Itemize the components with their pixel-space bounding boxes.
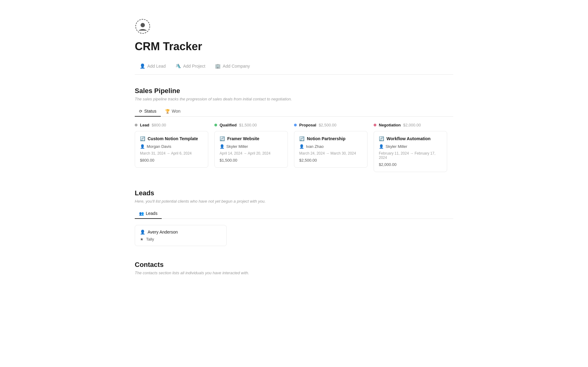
pipeline-board: Lead $800.00 🔄 Custom Notion Template 👤 … [135, 123, 453, 174]
pipeline-col-proposal: Proposal $2,500.00 🔄 Notion Partnership … [294, 123, 368, 172]
deal-name: 🔄 Workflow Automation [379, 136, 442, 141]
company-icon: 🏢 [215, 63, 221, 69]
col-header-negotiation: Negotiation $2,000.00 [374, 123, 447, 127]
deal-amount: $800.00 [140, 158, 203, 163]
project-icon: 🛝 [175, 63, 181, 69]
person-icon: 👤 [299, 144, 304, 149]
status-tab-icon: ⟳ [139, 109, 142, 114]
contacts-desc: The contacts section lists all individua… [135, 271, 453, 275]
negotiation-dot [374, 124, 376, 126]
deal-icon: 🔄 [299, 136, 304, 141]
deal-dates: March 31, 2024 → April 6, 2024 [140, 151, 203, 155]
deal-icon: 🔄 [220, 136, 225, 141]
deal-person: 👤 Skyler Miller [379, 144, 442, 149]
leads-desc: Here, you'll list potential clients who … [135, 199, 453, 204]
svg-point-1 [141, 23, 145, 27]
deal-card-framer-website[interactable]: 🔄 Framer Website 👤 Skyler Miller April 1… [214, 131, 288, 168]
deal-name: 🔄 Notion Partnership [299, 136, 362, 141]
person-icon: 👤 [140, 63, 145, 69]
col-header-lead: Lead $800.00 [135, 123, 208, 127]
col-header-proposal: Proposal $2,500.00 [294, 123, 368, 127]
deal-card-custom-notion[interactable]: 🔄 Custom Notion Template 👤 Morgan Davis … [135, 131, 208, 168]
pipeline-col-negotiation: Negotiation $2,000.00 🔄 Workflow Automat… [374, 123, 447, 172]
deal-icon: 🔄 [140, 136, 145, 141]
pipeline-tabs: ⟳ Status 🏆 Won [135, 106, 453, 117]
pipeline-col-qualified: Qualified $1,500.00 🔄 Framer Website 👤 S… [214, 123, 288, 172]
add-company-button[interactable]: 🏢 Add Company [210, 62, 255, 71]
deal-person: 👤 Skyler Miller [220, 144, 283, 149]
won-tab-icon: 🏆 [165, 109, 170, 114]
contacts-section: Contacts The contacts section lists all … [135, 261, 453, 275]
deal-dates: April 14, 2024 → April 20, 2024 [220, 151, 283, 155]
deal-amount: $1,500.00 [220, 158, 283, 163]
qualified-dot [214, 124, 217, 126]
page-wrapper: CRM Tracker 👤 Add Lead 🛝 Add Project 🏢 A… [110, 0, 478, 305]
deal-card-workflow-automation[interactable]: 🔄 Workflow Automation 👤 Skyler Miller Fe… [374, 131, 447, 172]
deal-card-notion-partnership[interactable]: 🔄 Notion Partnership 👤 Ivan Zhao March 2… [294, 131, 368, 168]
col-header-qualified: Qualified $1,500.00 [214, 123, 288, 127]
action-bar: 👤 Add Lead 🛝 Add Project 🏢 Add Company [135, 62, 453, 75]
deal-person: 👤 Ivan Zhao [299, 144, 362, 149]
add-lead-button[interactable]: 👤 Add Lead [135, 62, 171, 71]
person-icon: 👤 [379, 144, 384, 149]
logo-icon [135, 18, 453, 35]
add-project-button[interactable]: 🛝 Add Project [171, 62, 210, 71]
deal-person: 👤 Morgan Davis [140, 144, 203, 149]
leads-title: Leads [135, 189, 453, 197]
person-icon: 👤 [140, 144, 145, 149]
lead-card-avery[interactable]: 👤 Avery Anderson ★ Tally [135, 225, 227, 246]
deal-icon: 🔄 [379, 136, 384, 141]
deal-name: 🔄 Framer Website [220, 136, 283, 141]
pipeline-col-lead: Lead $800.00 🔄 Custom Notion Template 👤 … [135, 123, 208, 172]
lead-person-icon: 👤 [140, 230, 145, 234]
sales-pipeline-desc: The sales pipeline tracks the progressio… [135, 97, 453, 101]
deal-amount: $2,500.00 [299, 158, 362, 163]
leads-section: Leads Here, you'll list potential client… [135, 189, 453, 246]
lead-name: 👤 Avery Anderson [140, 230, 221, 234]
contacts-title: Contacts [135, 261, 453, 269]
deal-dates: March 24, 2024 → March 30, 2024 [299, 151, 362, 155]
tab-leads[interactable]: 👥 Leads [135, 208, 162, 219]
deal-amount: $2,000.00 [379, 162, 442, 167]
sales-pipeline-section: Sales Pipeline The sales pipeline tracks… [135, 87, 453, 174]
deal-name: 🔄 Custom Notion Template [140, 136, 203, 141]
deal-dates: February 11, 2024 → February 17, 2024 [379, 151, 442, 160]
lead-source-icon: ★ [140, 237, 144, 242]
lead-source: ★ Tally [140, 237, 221, 242]
sales-pipeline-title: Sales Pipeline [135, 87, 453, 95]
lead-dot [135, 124, 138, 126]
leads-tab-icon: 👥 [139, 211, 144, 216]
tab-status[interactable]: ⟳ Status [135, 106, 161, 117]
person-icon: 👤 [220, 144, 224, 149]
proposal-dot [294, 124, 297, 126]
leads-tabs: 👥 Leads [135, 208, 453, 219]
tab-won[interactable]: 🏆 Won [161, 106, 185, 117]
page-title: CRM Tracker [135, 40, 453, 53]
